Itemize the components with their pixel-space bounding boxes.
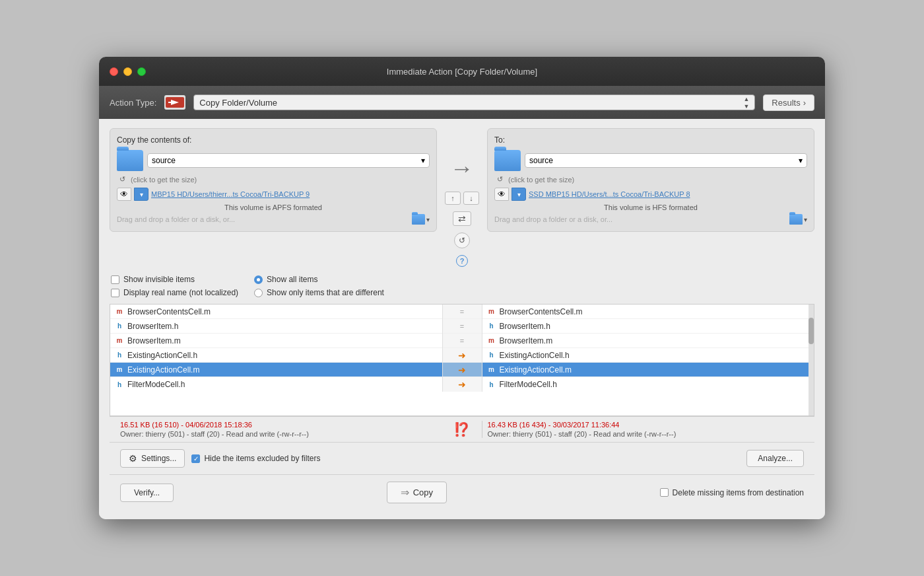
file-list-right: m BrowserContentsCell.m h BrowserItem.h … <box>482 305 814 392</box>
show-invisible-label: Show invisible items <box>123 275 195 284</box>
file-row[interactable]: h FilterModeCell.h <box>482 377 814 392</box>
file-row[interactable]: h FilterModeCell.h <box>110 377 442 392</box>
file-row-selected[interactable]: m ExistingActionCell.m <box>110 363 442 377</box>
orange-arrow-icon: ➜ <box>458 379 466 390</box>
file-name: FilterModeCell.h <box>127 380 185 389</box>
file-row[interactable]: h ExistingActionCell.h <box>482 348 814 363</box>
file-type-m-icon: m <box>116 337 123 344</box>
right-status-size: 16.43 KB (16 434) - 30/03/2017 11:36:44 <box>488 421 805 429</box>
show-all-radio[interactable] <box>254 275 263 284</box>
verify-label: Verify... <box>134 488 160 497</box>
dest-folder-drop[interactable]: ▾ <box>789 214 807 225</box>
close-button[interactable] <box>110 67 118 76</box>
source-path-text[interactable]: MBP15 HD/Users/thierr...ts Cocoa/Tri-BAC… <box>151 190 310 198</box>
display-real-name-label: Display real name (not localized) <box>123 288 238 297</box>
refresh-button[interactable]: ↺ <box>454 233 470 248</box>
right-option-group: Show all items Show only items that are … <box>254 275 384 297</box>
middle-row: = <box>443 334 482 348</box>
file-row[interactable]: m BrowserContentsCell.m <box>110 305 442 319</box>
file-name: BrowserContentsCell.m <box>500 307 583 316</box>
file-list-left: m BrowserContentsCell.m h BrowserItem.h … <box>110 305 443 392</box>
action-type-value: Copy Folder/Volume <box>199 98 277 108</box>
file-name: ExistingActionCell.h <box>127 351 197 360</box>
dest-eye-button[interactable]: 👁 <box>494 188 509 201</box>
source-drop-chevron: ▾ <box>426 216 430 223</box>
hide-filters-checkbox[interactable]: ✓ <box>191 454 200 463</box>
file-row[interactable]: h BrowserItem.h <box>482 319 814 334</box>
maximize-button[interactable] <box>137 67 146 76</box>
source-dropdown-button[interactable]: ▾ <box>134 188 148 201</box>
dest-path-text[interactable]: SSD MBP15 HD/Users/t...ts Cocoa/Tri-BACK… <box>529 190 690 198</box>
window-title: Immediate Action [Copy Folder/Volume] <box>387 67 537 77</box>
results-label: Results <box>772 98 800 108</box>
file-row[interactable]: h BrowserItem.h <box>110 319 442 334</box>
delete-missing-checkbox[interactable] <box>660 488 669 497</box>
minimize-button[interactable] <box>123 67 132 76</box>
verify-button[interactable]: Verify... <box>120 484 174 502</box>
file-name-selected: ExistingActionCell.m <box>127 365 199 375</box>
file-type-h-icon: h <box>116 351 123 359</box>
copy-section: Copy the contents of: source ▾ ↺ (click … <box>110 128 814 267</box>
file-type-h-icon: h <box>488 351 496 359</box>
action-type-select[interactable]: Copy Folder/Volume ▲ ▼ <box>193 94 755 110</box>
middle-row: ➜ <box>443 348 482 363</box>
status-left: 16.51 KB (16 510) - 04/06/2018 15:18:36 … <box>120 421 442 438</box>
dest-folder-row: source ▾ <box>494 150 807 171</box>
file-type-m-icon: m <box>488 308 496 315</box>
dest-type-select[interactable]: source ▾ <box>525 153 807 168</box>
dest-panel-label: To: <box>494 135 807 145</box>
dest-size-link[interactable]: (click to get the size) <box>508 176 574 184</box>
source-type-select[interactable]: source ▾ <box>147 153 430 168</box>
left-status-owner: Owner: thierry (501) - staff (20) - Read… <box>120 430 437 438</box>
dest-dropdown-button[interactable]: ▾ <box>512 188 526 201</box>
file-row[interactable]: m BrowserContentsCell.m <box>482 305 814 319</box>
file-row[interactable]: m BrowserItem.m <box>110 334 442 348</box>
traffic-lights <box>110 67 146 76</box>
help-button[interactable]: ? <box>456 255 468 267</box>
file-row[interactable]: m BrowserItem.m <box>482 334 814 348</box>
show-different-label: Show only items that are different <box>267 288 384 297</box>
dest-drop-chevron: ▾ <box>804 216 807 223</box>
copy-button[interactable]: ⇒ Copy <box>387 482 447 503</box>
orange-arrow-selected-icon: ➜ <box>458 365 466 375</box>
up-arrow-button[interactable]: ↑ <box>445 192 461 205</box>
action-bar: Verify... ⇒ Copy Delete missing items fr… <box>110 474 814 510</box>
show-invisible-checkbox[interactable] <box>111 275 119 284</box>
file-name: BrowserItem.h <box>500 322 550 331</box>
file-type-h-icon: h <box>116 381 123 388</box>
display-real-name-checkbox[interactable] <box>111 289 119 297</box>
dest-folder-icon-large <box>494 150 521 171</box>
file-row-selected[interactable]: m ExistingActionCell.m <box>482 363 814 377</box>
swap-button[interactable]: ⇄ <box>453 211 471 226</box>
delete-row: Delete missing items from destination <box>660 488 804 497</box>
results-button[interactable]: Results › <box>763 94 814 111</box>
dest-path-row: 👁 ▾ SSD MBP15 HD/Users/t...ts Cocoa/Tri-… <box>494 188 807 201</box>
action-type-icon <box>164 95 185 110</box>
dest-panel: To: source ▾ ↺ (click to get the size) 👁… <box>487 128 814 232</box>
dest-drag-drop-row: Drag and drop a folder or a disk, or... … <box>494 214 807 225</box>
source-eye-button[interactable]: 👁 <box>117 188 131 201</box>
file-list: m BrowserContentsCell.m h BrowserItem.h … <box>110 305 814 392</box>
down-arrow-button[interactable]: ↓ <box>463 192 479 205</box>
diff-warning-icon: ⁉️ <box>453 421 470 437</box>
file-type-m-icon: m <box>488 366 496 373</box>
status-middle: ⁉️ <box>442 421 482 438</box>
analyze-button[interactable]: Analyze... <box>746 450 804 467</box>
scrollbar-thumb[interactable] <box>808 318 814 344</box>
settings-button[interactable]: ⚙ Settings... <box>120 449 185 468</box>
hide-checkbox-row: ✓ Hide the items excluded by filters <box>191 454 320 463</box>
scrollbar[interactable] <box>808 305 814 415</box>
show-different-row: Show only items that are different <box>254 288 384 297</box>
file-name: ExistingActionCell.h <box>500 351 570 360</box>
action-type-label: Action Type: <box>110 98 156 108</box>
file-row[interactable]: h ExistingActionCell.h <box>110 348 442 363</box>
dest-drop-folder-icon <box>789 214 803 225</box>
source-folder-drop[interactable]: ▾ <box>412 214 430 225</box>
show-different-radio[interactable] <box>254 289 263 297</box>
right-status-owner: Owner: thierry (501) - staff (20) - Read… <box>488 430 805 438</box>
settings-label: Settings... <box>141 454 176 463</box>
dest-type-value: source <box>529 156 553 165</box>
file-name-selected: ExistingActionCell.m <box>500 365 572 375</box>
equal-icon: = <box>460 337 464 345</box>
source-size-link[interactable]: (click to get the size) <box>131 176 197 184</box>
